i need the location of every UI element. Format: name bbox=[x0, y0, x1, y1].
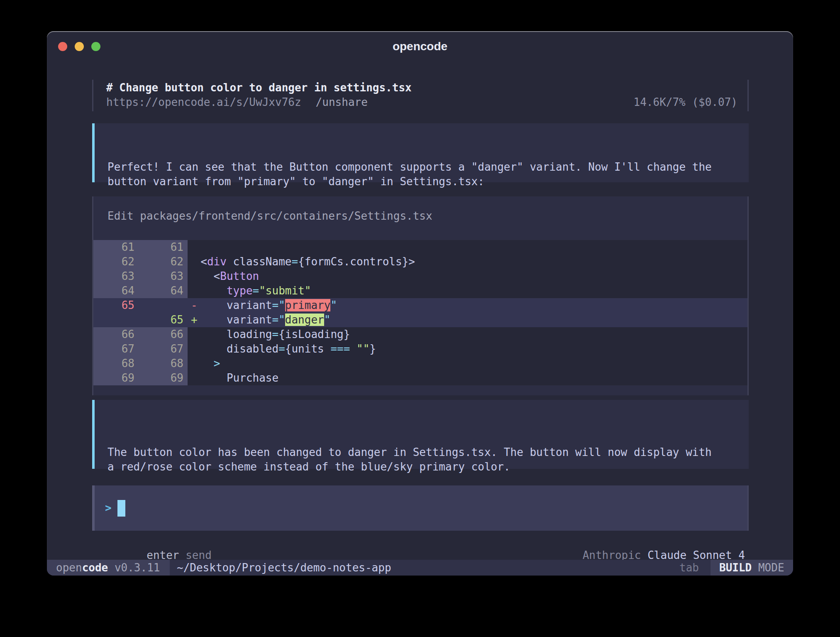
diff-view: 61616262 <div className={formCs.controls… bbox=[93, 240, 747, 385]
diff-row: 6464 type="submit" bbox=[93, 284, 747, 298]
diff-row: 6363 <Button bbox=[93, 269, 747, 284]
code-token: Button bbox=[220, 270, 259, 282]
old-line-number: 66 bbox=[93, 327, 134, 342]
diff-row: 65+ variant="danger" bbox=[93, 313, 747, 327]
code-token: primary bbox=[285, 299, 331, 311]
code-token: > bbox=[214, 357, 220, 370]
app-version: v0.3.11 bbox=[108, 561, 160, 575]
old-line-number: 65 bbox=[93, 298, 134, 313]
code-token: = bbox=[291, 255, 298, 268]
code-line: + variant="danger" bbox=[188, 313, 747, 327]
new-line-number: 61 bbox=[134, 240, 188, 255]
diff-row: 6161 bbox=[93, 240, 747, 255]
working-directory: ~/Desktop/Projects/demo-notes-app bbox=[177, 561, 391, 575]
code-line: loading={isLoading} bbox=[188, 327, 747, 342]
code-token: =" bbox=[272, 299, 285, 311]
code-token: variant bbox=[188, 299, 272, 311]
token-usage: 14.6K/7% ($0.07) bbox=[634, 95, 737, 110]
old-line-number: 62 bbox=[93, 255, 134, 269]
app-name: open bbox=[56, 561, 82, 575]
code-line: type="submit" bbox=[188, 284, 747, 298]
code-token: div bbox=[207, 255, 227, 268]
code-token: Purchase bbox=[188, 372, 278, 384]
new-line-number: 62 bbox=[134, 255, 188, 269]
code-token: {units bbox=[285, 343, 331, 355]
code-token: " bbox=[330, 299, 337, 311]
code-token: = bbox=[278, 343, 285, 355]
old-line-number: 61 bbox=[93, 240, 134, 255]
diff-marker: + bbox=[191, 313, 198, 327]
new-line-number: 63 bbox=[134, 269, 188, 284]
new-line-number bbox=[134, 298, 188, 313]
build-mode-badge: BUILD MODE bbox=[711, 560, 793, 576]
code-line: - variant="primary" bbox=[188, 298, 747, 313]
message-line: The button color has been changed to dan… bbox=[107, 445, 749, 460]
old-line-number bbox=[93, 313, 134, 327]
code-token: loading bbox=[188, 328, 272, 341]
diff-marker: - bbox=[191, 298, 198, 313]
message-line: button variant from "primary" to "danger… bbox=[107, 174, 749, 189]
code-line: <div className={formCs.controls}> bbox=[188, 255, 747, 269]
session-header: # Change button color to danger in setti… bbox=[92, 80, 749, 111]
code-token: variant bbox=[188, 314, 272, 326]
code-line: disabled={units === ""} bbox=[188, 342, 747, 356]
edit-tool-call: Edit packages/frontend/src/containers/Se… bbox=[92, 196, 749, 395]
old-line-number: 64 bbox=[93, 284, 134, 298]
new-line-number: 65 bbox=[134, 313, 188, 327]
app-window: opencode # Change button color to danger… bbox=[47, 31, 793, 576]
code-line bbox=[188, 240, 747, 255]
code-token: === bbox=[330, 343, 350, 355]
new-line-number: 66 bbox=[134, 327, 188, 342]
code-token: {formCs.controls}> bbox=[298, 255, 415, 268]
old-line-number: 69 bbox=[93, 371, 134, 385]
code-token: = bbox=[272, 328, 279, 341]
diff-row: 6969 Purchase bbox=[93, 371, 747, 385]
prompt-input[interactable]: > bbox=[92, 485, 749, 531]
assistant-message-1: Perfect! I can see that the Button compo… bbox=[92, 123, 749, 182]
old-line-number: 68 bbox=[93, 356, 134, 371]
diff-row: 6767 disabled={units === ""} bbox=[93, 342, 747, 356]
code-token: "submit" bbox=[259, 284, 311, 297]
mode-suffix: MODE bbox=[752, 561, 784, 575]
code-token bbox=[350, 343, 357, 355]
diff-row: 6262 <div className={formCs.controls}> bbox=[93, 255, 747, 269]
new-line-number: 69 bbox=[134, 371, 188, 385]
code-token: " bbox=[324, 314, 331, 326]
tab-key-hint[interactable]: tab bbox=[679, 561, 699, 575]
app-name-bold: code bbox=[82, 561, 108, 575]
code-token: type bbox=[227, 284, 253, 297]
prompt-symbol: > bbox=[105, 501, 112, 515]
diff-row: 65- variant="primary" bbox=[93, 298, 747, 313]
unshare-command: /unshare bbox=[316, 95, 368, 110]
tool-title: Edit packages/frontend/src/containers/Se… bbox=[107, 209, 747, 223]
diff-row: 6666 loading={isLoading} bbox=[93, 327, 747, 342]
code-token: } bbox=[369, 343, 376, 355]
diff-row: 6868 > bbox=[93, 356, 747, 371]
code-token: danger bbox=[285, 314, 324, 326]
text-cursor bbox=[117, 500, 125, 517]
code-token: disabled bbox=[188, 343, 278, 355]
screen: opencode # Change button color to danger… bbox=[0, 0, 840, 637]
message-text: The button color has been changed to dan… bbox=[107, 445, 749, 474]
window-title: opencode bbox=[47, 39, 793, 54]
code-token: < bbox=[188, 270, 220, 282]
code-token bbox=[188, 357, 214, 370]
new-line-number: 68 bbox=[134, 356, 188, 371]
code-line: > bbox=[188, 356, 747, 371]
app-version-chip: opencode v0.3.11 bbox=[47, 560, 170, 576]
code-token: = bbox=[253, 284, 259, 297]
code-line: Purchase bbox=[188, 371, 747, 385]
code-line: <Button bbox=[188, 269, 747, 284]
share-url: https://opencode.ai/s/UwJxv76z bbox=[106, 95, 301, 110]
message-line: Perfect! I can see that the Button compo… bbox=[107, 160, 749, 174]
code-token: className bbox=[227, 255, 292, 268]
status-bar: opencode v0.3.11 ~/Desktop/Projects/demo… bbox=[47, 560, 793, 576]
session-title: # Change button color to danger in setti… bbox=[106, 81, 737, 95]
new-line-number: 67 bbox=[134, 342, 188, 356]
code-token: "" bbox=[357, 343, 369, 355]
mode-name: BUILD bbox=[719, 561, 752, 575]
message-text: Perfect! I can see that the Button compo… bbox=[107, 160, 749, 189]
assistant-message-2: The button color has been changed to dan… bbox=[92, 400, 749, 469]
old-line-number: 63 bbox=[93, 269, 134, 284]
new-line-number: 64 bbox=[134, 284, 188, 298]
